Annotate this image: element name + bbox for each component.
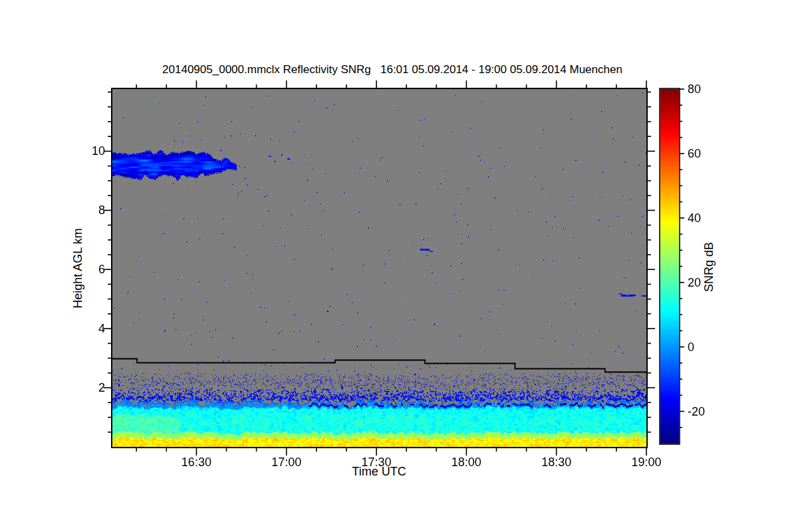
x-tick-label: 18:00 <box>443 456 489 469</box>
x-tick-label: 17:00 <box>263 456 310 469</box>
x-tick-label: 17:30 <box>353 456 400 469</box>
colorbar-tick-label: 0 <box>688 340 718 354</box>
x-tick-label: 18:30 <box>533 456 580 469</box>
y-tick-label: 2 <box>70 381 105 394</box>
y-tick-label: 4 <box>70 322 105 335</box>
colorbar-tick-label: 20 <box>688 276 718 289</box>
heatmap-plot-canvas <box>112 89 646 447</box>
y-tick-label: 10 <box>70 144 105 158</box>
y-tick-label: 6 <box>70 263 105 276</box>
y-tick-label: 8 <box>70 203 105 217</box>
x-tick-label: 19:00 <box>623 456 670 469</box>
colorbar-tick-label: 60 <box>688 147 718 160</box>
figure-title: 20140905_0000.mmclx Reflectivity SNRg 16… <box>0 63 785 76</box>
colorbar-tick-label: -20 <box>688 405 718 418</box>
radar-time-height-figure: 20140905_0000.mmclx Reflectivity SNRg 16… <box>0 0 798 532</box>
x-tick-label: 16:30 <box>173 456 219 469</box>
colorbar-tick-label: 40 <box>688 211 718 225</box>
colorbar-tick-label: 80 <box>688 82 718 96</box>
colorbar-canvas <box>660 89 679 444</box>
